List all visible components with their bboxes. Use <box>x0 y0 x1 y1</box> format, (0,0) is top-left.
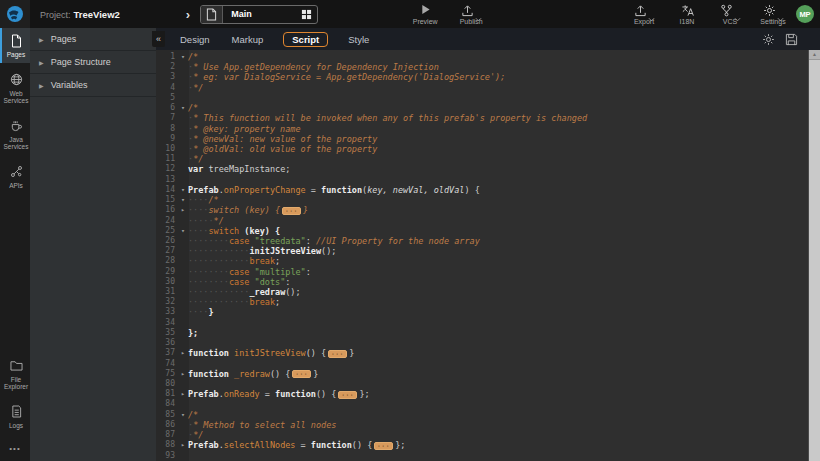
code-line[interactable]: 74 <box>156 359 808 369</box>
code-line[interactable]: 80 <box>156 379 808 389</box>
code-line[interactable]: 3·* eg: var DialogService = App.getDepen… <box>156 72 808 82</box>
page-selector[interactable]: Main <box>200 5 318 24</box>
panel-section-variables[interactable]: ▶Variables <box>30 74 156 97</box>
i18n-button[interactable]: I18N <box>672 4 702 25</box>
code-line[interactable]: 84 <box>156 399 808 409</box>
fold-closed-marker[interactable]: ▸ <box>178 389 188 399</box>
fold-open-marker[interactable]: ▾ <box>178 52 188 62</box>
code-line[interactable]: 34 <box>156 318 808 328</box>
fold-open-marker[interactable]: ▾ <box>178 185 188 195</box>
code-line[interactable]: 31············_redraw(); <box>156 287 808 297</box>
tab-design[interactable]: Design <box>178 32 212 47</box>
code-line[interactable]: 5 <box>156 93 808 103</box>
code-line[interactable]: 93 <box>156 451 808 461</box>
rail-item-pages[interactable]: Pages <box>0 28 30 63</box>
fold-closed-marker[interactable]: ▸ <box>178 369 188 379</box>
fold-placeholder[interactable]: ··· <box>328 350 347 358</box>
top-bar: Project:TreeView2 › Main PreviewPublish … <box>0 0 820 28</box>
fold-open-marker[interactable]: ▾ <box>178 410 188 420</box>
panel-section-page-structure[interactable]: ▶Page Structure <box>30 51 156 74</box>
grid-icon[interactable] <box>295 9 317 20</box>
fold-placeholder[interactable]: ··· <box>282 207 301 215</box>
fold-gutter <box>178 175 188 185</box>
fold-closed-marker[interactable]: ▸ <box>178 205 188 215</box>
line-number: 93 <box>156 451 178 461</box>
settings-button[interactable]: Settings <box>758 4 788 25</box>
code-line[interactable]: 16▸····switch (key) {···} <box>156 205 808 215</box>
code-line[interactable]: 32············break; <box>156 297 808 307</box>
panel-collapse-button[interactable]: « <box>152 31 165 47</box>
code-line[interactable]: 7·* This function will be invoked when a… <box>156 113 808 123</box>
rail-item-file-explorer[interactable]: File Explorer <box>0 353 30 395</box>
code-text: ·* Use App.getDependency for Dependency … <box>188 62 439 72</box>
rail-item-logs[interactable]: Logs <box>0 399 30 434</box>
gear-icon[interactable] <box>762 33 775 46</box>
rail-more-button[interactable]: ••• <box>0 438 30 461</box>
code-line[interactable]: 26········case "treedata": //UI Property… <box>156 236 808 246</box>
tab-script[interactable]: Script <box>283 32 328 47</box>
code-line[interactable]: 8·* @key: property name <box>156 124 808 134</box>
avatar[interactable]: MP <box>796 5 814 23</box>
code-line[interactable]: 29········case "multiple": <box>156 267 808 277</box>
code-text: ·····*/ <box>188 216 224 226</box>
code-line[interactable]: 87·*/ <box>156 430 808 440</box>
code-line[interactable]: 85▾/* <box>156 410 808 420</box>
wavemaker-logo[interactable] <box>0 0 30 28</box>
code-line[interactable]: 75▸function _redraw() {···} <box>156 369 808 379</box>
fold-open-marker[interactable]: ▾ <box>178 103 188 113</box>
rail-item-java-services[interactable]: Java Services <box>0 113 30 155</box>
vcs-button[interactable]: VCS <box>715 4 745 25</box>
code-line[interactable]: 30········case "dots": <box>156 277 808 287</box>
tab-style[interactable]: Style <box>346 32 371 47</box>
code-line[interactable]: 4·*/ <box>156 83 808 93</box>
code-line[interactable]: 36 <box>156 338 808 348</box>
rail-item-web-services[interactable]: Web Services <box>0 67 30 109</box>
vcs-icon <box>720 4 733 17</box>
fold-placeholder[interactable]: ··· <box>292 370 311 378</box>
preview-button[interactable]: Preview <box>410 4 440 25</box>
fold-placeholder[interactable]: ··· <box>374 442 393 450</box>
rail-item-apis[interactable]: APIs <box>0 159 30 194</box>
code-line[interactable]: 13 <box>156 175 808 185</box>
fold-closed-marker[interactable]: ▸ <box>178 348 188 358</box>
save-icon[interactable] <box>785 33 798 46</box>
code-line[interactable]: 24·····*/ <box>156 216 808 226</box>
code-lines[interactable]: 1▾/*2·* Use App.getDependency for Depend… <box>156 50 808 461</box>
fold-closed-marker[interactable]: ▸ <box>178 440 188 450</box>
fold-open-marker[interactable]: ▾ <box>178 195 188 205</box>
scrollbar-top-icon[interactable]: ▲ <box>809 50 820 60</box>
code-line[interactable]: 88▸Prefab.selectAllNodes = function() {·… <box>156 440 808 450</box>
line-number: 27 <box>156 246 178 256</box>
code-line[interactable]: 25▾····switch (key) { <box>156 226 808 236</box>
code-line[interactable]: 11·*/ <box>156 154 808 164</box>
export-button[interactable]: Export <box>629 4 659 25</box>
code-line[interactable]: 28············break; <box>156 256 808 266</box>
panel-section-pages[interactable]: ▶Pages <box>30 28 156 51</box>
code-line[interactable]: 10·* @oldVal: old value of the property <box>156 144 808 154</box>
code-line[interactable]: 12var treeMapInstance; <box>156 164 808 174</box>
code-line[interactable]: 37▸function initJStreeView() {···} <box>156 348 808 358</box>
tab-markup[interactable]: Markup <box>230 32 266 47</box>
editor-scrollbar[interactable]: ▲ <box>808 50 820 461</box>
code-line[interactable]: 33····} <box>156 307 808 317</box>
code-line[interactable]: 2·* Use App.getDependency for Dependency… <box>156 62 808 72</box>
code-line[interactable]: 14▾Prefab.onPropertyChange = function(ke… <box>156 185 808 195</box>
panel-section-label: Pages <box>51 34 77 44</box>
i18n-icon <box>681 4 694 17</box>
fold-open-marker[interactable]: ▾ <box>178 226 188 236</box>
line-number: 31 <box>156 287 178 297</box>
code-line[interactable]: 86·* Method to select all nodes <box>156 420 808 430</box>
code-text: ············break; <box>188 297 280 307</box>
code-line[interactable]: 15▾····/* <box>156 195 808 205</box>
code-line[interactable]: 1▾/* <box>156 52 808 62</box>
publish-button[interactable]: Publish <box>456 4 486 25</box>
code-line[interactable]: 81▸Prefab.onReady = function() {···}; <box>156 389 808 399</box>
fold-placeholder[interactable]: ··· <box>338 391 357 399</box>
code-line[interactable]: 9·* @newVal: new value of the property <box>156 134 808 144</box>
code-line[interactable]: 27············initJStreeView(); <box>156 246 808 256</box>
code-editor[interactable]: 1▾/*2·* Use App.getDependency for Depend… <box>156 50 820 461</box>
code-line[interactable]: 35}; <box>156 328 808 338</box>
fold-gutter <box>178 134 188 144</box>
code-line[interactable]: 6▾/* <box>156 103 808 113</box>
scrollbar-thumb[interactable] <box>809 60 820 461</box>
